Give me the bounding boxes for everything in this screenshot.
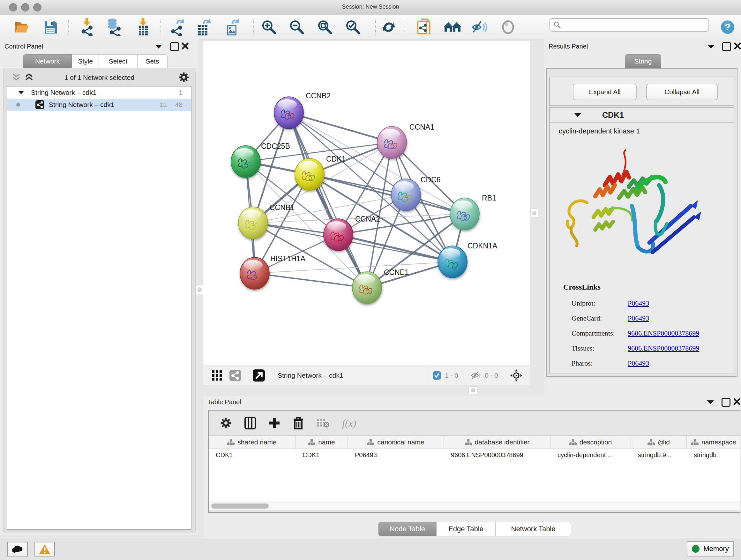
network-node-CCNB1[interactable] bbox=[239, 207, 268, 239]
expand-all-button[interactable]: Expand All bbox=[573, 84, 636, 100]
network-tree: String Network – cdk1 1 String Network –… bbox=[7, 86, 192, 530]
network-options-gear-icon[interactable] bbox=[179, 72, 189, 83]
close-panel-icon[interactable] bbox=[181, 42, 189, 50]
crosslink-link[interactable]: P06493 bbox=[628, 359, 649, 368]
network-node-HIST1H1A[interactable] bbox=[240, 257, 269, 289]
apply-layout-button[interactable] bbox=[380, 18, 398, 36]
network-edge[interactable] bbox=[338, 235, 453, 262]
zoom-in-button[interactable] bbox=[260, 18, 278, 36]
save-floppy-icon bbox=[43, 19, 58, 35]
zoom-fit-button[interactable] bbox=[316, 18, 334, 36]
network-node-CCNA2[interactable] bbox=[324, 219, 353, 251]
zoom-selected-button[interactable] bbox=[344, 18, 362, 36]
scrollbar-thumb[interactable] bbox=[211, 503, 269, 509]
column-header[interactable]: database identifier bbox=[444, 436, 550, 449]
tab-style[interactable]: Style bbox=[72, 54, 99, 68]
crosslink-link[interactable]: 9606.ENSP00000378699 bbox=[628, 329, 699, 337]
bottom-splitter-handle[interactable] bbox=[468, 386, 477, 394]
houses-button[interactable] bbox=[444, 18, 461, 36]
hidden-eye-icon[interactable] bbox=[470, 371, 482, 380]
export-table-button[interactable] bbox=[195, 18, 212, 36]
export-network-button[interactable] bbox=[168, 18, 186, 36]
delete-column-trash-icon[interactable] bbox=[293, 417, 304, 429]
network-node-CCNA1[interactable] bbox=[377, 126, 407, 159]
tab-edge-table[interactable]: Edge Table bbox=[436, 522, 495, 537]
network-node-RB1[interactable] bbox=[450, 198, 479, 230]
network-node-CCNE1[interactable] bbox=[352, 272, 382, 304]
birdseye-view-icon[interactable] bbox=[229, 370, 241, 381]
network-node-CDK1[interactable] bbox=[295, 159, 324, 190]
collection-expander-icon[interactable] bbox=[18, 91, 24, 94]
table-horizontal-scrollbar[interactable] bbox=[209, 502, 740, 510]
column-header[interactable]: @id bbox=[631, 436, 687, 449]
selected-checkbox-icon[interactable] bbox=[433, 371, 441, 380]
function-builder-icon[interactable]: f(x) bbox=[342, 417, 356, 429]
center-view-icon[interactable] bbox=[510, 369, 523, 382]
column-header[interactable]: description bbox=[550, 436, 631, 449]
delete-table-icon[interactable] bbox=[317, 418, 329, 428]
import-network-database-button[interactable] bbox=[105, 18, 122, 36]
save-session-button[interactable] bbox=[42, 18, 59, 36]
network-node-CCNB2[interactable] bbox=[274, 97, 304, 129]
help-button[interactable]: ? bbox=[719, 18, 737, 36]
column-header[interactable]: shared name bbox=[209, 436, 295, 449]
search-input[interactable] bbox=[563, 21, 709, 29]
crosslink-link[interactable]: P06493 bbox=[628, 299, 649, 307]
tab-network[interactable]: Network bbox=[23, 54, 72, 68]
table-settings-gear-icon[interactable] bbox=[220, 417, 232, 429]
table-row[interactable]: CDK1 CDK1 P06493 9606.ENSP00000378699 cy… bbox=[209, 449, 740, 461]
network-edge-count: 48 bbox=[175, 101, 183, 109]
network-node-CDC25B[interactable] bbox=[231, 145, 260, 178]
network-node-CDKN1A[interactable] bbox=[438, 246, 467, 278]
crosslink-link[interactable]: P06493 bbox=[628, 314, 649, 322]
detach-view-icon[interactable] bbox=[253, 369, 265, 381]
network-graph[interactable]: CCNB2CCNA1CDC25BCDK1CDC6RB1CCNB1CCNA2CDK… bbox=[203, 41, 530, 366]
tab-network-table[interactable]: Network Table bbox=[495, 522, 571, 537]
network-row-selected[interactable]: String Network – cdk1 11 48 bbox=[7, 99, 191, 111]
crosslink-link[interactable]: 9606.ENSP00000378699 bbox=[628, 344, 699, 353]
network-canvas[interactable]: CCNB2CCNA1CDC25BCDK1CDC6RB1CCNB1CCNA2CDK… bbox=[203, 41, 530, 366]
panel-menu-icon[interactable] bbox=[155, 45, 162, 49]
tab-sets[interactable]: Sets bbox=[137, 54, 167, 68]
import-table-file-button[interactable] bbox=[134, 18, 152, 36]
network-collection-row[interactable]: String Network – cdk1 1 bbox=[7, 86, 191, 99]
float-panel-icon[interactable] bbox=[722, 398, 731, 407]
grid-view-icon[interactable] bbox=[212, 370, 222, 381]
column-header[interactable]: canonical name bbox=[348, 436, 444, 449]
network-node-CDC6[interactable] bbox=[391, 179, 421, 211]
close-panel-icon[interactable] bbox=[733, 398, 741, 406]
new-network-from-selection-button[interactable] bbox=[415, 18, 433, 36]
panel-menu-icon[interactable] bbox=[708, 45, 715, 49]
float-panel-icon[interactable] bbox=[170, 42, 179, 51]
open-session-button[interactable] bbox=[13, 18, 30, 36]
export-image-button[interactable] bbox=[223, 18, 241, 36]
crosslink-row: Tissues: 9606.ENSP00000378699 bbox=[571, 341, 725, 356]
zoom-out-button[interactable] bbox=[288, 18, 306, 36]
network-selection-status: 1 of 1 Network selected bbox=[3, 74, 195, 81]
tab-node-table[interactable]: Node Table bbox=[378, 522, 436, 537]
export-image-icon bbox=[224, 18, 241, 36]
right-splitter-handle[interactable] bbox=[530, 208, 538, 217]
collapse-all-button[interactable]: Collapse All bbox=[646, 84, 718, 100]
show-columns-icon[interactable] bbox=[245, 417, 256, 429]
tab-string[interactable]: String bbox=[625, 54, 661, 68]
float-panel-icon[interactable] bbox=[722, 42, 731, 51]
section-expander-icon[interactable] bbox=[574, 113, 581, 117]
add-column-icon[interactable] bbox=[269, 417, 280, 429]
cloud-button[interactable] bbox=[7, 542, 28, 557]
column-header[interactable]: name bbox=[295, 436, 348, 449]
import-network-file-button[interactable] bbox=[78, 18, 96, 36]
network-edge[interactable] bbox=[289, 113, 392, 142]
column-header[interactable]: namespace bbox=[687, 436, 740, 449]
network-edge[interactable] bbox=[255, 273, 367, 288]
close-panel-icon[interactable] bbox=[734, 42, 741, 50]
hide-graphics-details-button[interactable] bbox=[471, 18, 488, 36]
tab-select[interactable]: Select bbox=[99, 54, 137, 68]
warnings-button[interactable] bbox=[35, 542, 55, 557]
cdk1-section-header[interactable]: CDK1 bbox=[550, 108, 734, 123]
left-splitter-handle[interactable] bbox=[196, 285, 203, 294]
memory-button[interactable]: Memory bbox=[687, 541, 734, 557]
panel-menu-icon[interactable] bbox=[707, 400, 714, 404]
search-box[interactable] bbox=[549, 18, 709, 32]
show-graphics-details-button[interactable] bbox=[499, 18, 517, 36]
